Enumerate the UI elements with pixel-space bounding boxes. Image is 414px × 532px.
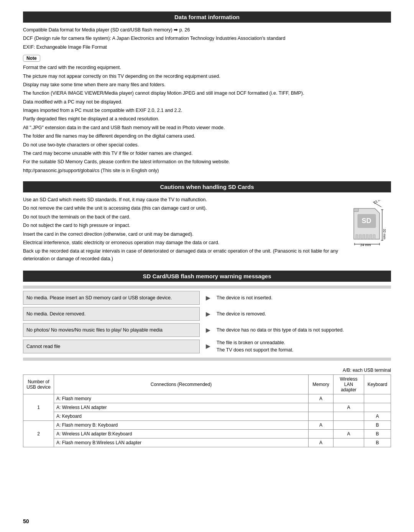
intro-line-3: EXIF: Exchangeable Image File Format	[23, 44, 391, 51]
note-item-12: http://panasonic.jp/support/global/cs (T…	[23, 167, 391, 174]
note-item-1: The picture may not appear correctly on …	[23, 73, 391, 80]
note-items: Format the card with the recording equip…	[23, 64, 391, 174]
caution-item-1: Do not remove the card while the unit is…	[23, 205, 341, 212]
usb-kb-1-2: B	[364, 438, 391, 447]
svg-rect-12	[356, 235, 358, 239]
note-item-8: The folder and file names may be differe…	[23, 133, 391, 140]
data-format-header: Data format information	[23, 11, 391, 23]
data-format-section: Data format information Compatible Data …	[23, 11, 391, 174]
usb-mem-0-1	[309, 403, 334, 412]
usb-table-row-1-2: A: Flash memory B:Wireless LAN adapterAB	[23, 438, 391, 447]
usb-wlan-1-2	[334, 438, 364, 447]
usb-mem-0-2	[309, 412, 334, 420]
warning-row-2: No photos/ No movies/No music files to p…	[23, 323, 391, 337]
caution-item-2: Do not touch the terminals on the back o…	[23, 213, 341, 221]
note-item-0: Format the card with the recording equip…	[23, 64, 391, 71]
col-keyboard: Keyboard	[364, 374, 391, 394]
usb-table-row-1-0: 2A: Flash memory B: KeyboardAB	[23, 420, 391, 429]
usb-mem-1-1	[309, 429, 334, 438]
usb-number-0: 1	[23, 394, 54, 420]
usb-table-row-0-2: A: KeyboardA	[23, 412, 391, 420]
svg-rect-14	[363, 235, 365, 239]
usb-mem-1-0: A	[309, 420, 334, 429]
usb-kb-0-1	[364, 403, 391, 412]
warning-right-1: The device is removed.	[217, 310, 391, 318]
warning-header: SD Card/USB flash memory warning message…	[23, 271, 391, 282]
usb-conn-1-1: A: Wireless LAN adapter B:Keyboard	[54, 429, 309, 438]
col-memory: Memory	[309, 374, 334, 394]
warning-right-0: The device is not inserted.	[217, 294, 391, 302]
usb-table-row-0-1: A: Wireless LAN adapterA	[23, 403, 391, 412]
col-wlan: Wireless LANadapter	[334, 374, 364, 394]
warning-bottom-bar	[23, 358, 391, 361]
warning-arrow-0: ►	[204, 294, 213, 302]
note-item-7: All ".JPG" extension data in the card an…	[23, 124, 391, 131]
warning-left-2: No photos/ No movies/No music files to p…	[23, 323, 200, 337]
sd-card-svg: 21 mm 32 mm 24 mm	[347, 200, 389, 250]
caution-item-3: Do not subject the card to high pressure…	[23, 222, 341, 229]
usb-table-row-0-0: 1A: Flash memoryA	[23, 394, 391, 403]
svg-rect-13	[359, 235, 361, 239]
usb-wlan-0-1: A	[334, 403, 364, 412]
warning-arrow-2: ►	[204, 326, 213, 335]
note-item-3: The function (VIERA IMAGE VIEWER/Media p…	[23, 90, 391, 97]
cautions-text: Use an SD Card which meets SD standards.…	[23, 196, 341, 264]
warning-arrow-3: ►	[204, 342, 213, 351]
note-label: Note	[23, 55, 40, 62]
usb-mem-0-0: A	[309, 394, 334, 403]
warning-top-bar	[23, 286, 391, 289]
usb-table-body: 1A: Flash memoryAA: Wireless LAN adapter…	[23, 394, 391, 447]
caution-item-4: Insert the card in the correct direction…	[23, 231, 341, 238]
cautions-section: Cautions when handling SD Cards Use an S…	[23, 181, 391, 264]
sd-card-image: 21 mm 32 mm 24 mm	[345, 200, 391, 250]
usb-conn-0-0: A: Flash memory	[54, 394, 309, 403]
svg-text:32 mm: 32 mm	[383, 229, 386, 240]
cautions-header: Cautions when handling SD Cards	[23, 181, 391, 192]
warning-left-1: No media. Device removed.	[23, 307, 200, 321]
caution-item-0: Use an SD Card which meets SD standards.…	[23, 196, 341, 204]
col-connections: Connections (Recommended)	[54, 374, 309, 394]
note-item-11: For the suitable SD Memory Cards, please…	[23, 158, 391, 166]
warning-arrow-1: ►	[204, 310, 213, 319]
note-item-6: Partly degraded files might be displayed…	[23, 115, 391, 123]
note-item-5: Images imported from a PC must be compat…	[23, 107, 391, 114]
svg-text:21 mm: 21 mm	[373, 200, 384, 205]
page-number: 50	[23, 518, 29, 524]
usb-conn-1-2: A: Flash memory B:Wireless LAN adapter	[54, 438, 309, 447]
usb-conn-1-0: A: Flash memory B: Keyboard	[54, 420, 309, 429]
warning-row-1: No media. Device removed.►The device is …	[23, 307, 391, 321]
usb-number-1: 2	[23, 420, 54, 447]
usb-table-row-1-1: A: Wireless LAN adapter B:KeyboardAB	[23, 429, 391, 438]
caution-item-6: Back up the recorded data at regular int…	[23, 248, 341, 263]
svg-rect-15	[366, 235, 368, 239]
warning-right-2: The device has no data or this type of d…	[217, 327, 391, 334]
usb-table: Number ofUSB device Connections (Recomme…	[23, 374, 391, 447]
svg-rect-16	[370, 235, 372, 239]
usb-table-section: A/B: each USB terminal Number ofUSB devi…	[23, 368, 391, 447]
note-item-10: The card may become unusable with this T…	[23, 150, 391, 157]
svg-text:SD: SD	[361, 217, 371, 225]
usb-wlan-1-1: A	[334, 429, 364, 438]
usb-conn-0-2: A: Keyboard	[54, 412, 309, 420]
usb-conn-0-1: A: Wireless LAN adapter	[54, 403, 309, 412]
svg-rect-17	[373, 235, 375, 239]
usb-note: A/B: each USB terminal	[23, 368, 391, 373]
cautions-content: Use an SD Card which meets SD standards.…	[23, 196, 391, 264]
note-item-2: Display may take some time when there ar…	[23, 81, 391, 89]
warning-left-3: Cannot read file	[23, 340, 200, 353]
note-item-4: Data modified with a PC may not be displ…	[23, 99, 391, 106]
usb-wlan-1-0	[334, 420, 364, 429]
intro-line-2: DCF (Design rule for camera file system)…	[23, 35, 391, 42]
usb-kb-1-1: B	[364, 429, 391, 438]
warning-left-0: No media. Please insert an SD memory car…	[23, 291, 200, 305]
warning-row-3: Cannot read file►The file is broken or u…	[23, 339, 391, 354]
warning-row-0: No media. Please insert an SD memory car…	[23, 291, 391, 305]
usb-kb-1-0: B	[364, 420, 391, 429]
usb-mem-1-2: A	[309, 438, 334, 447]
note-item-9: Do not use two-byte characters or other …	[23, 141, 391, 149]
warning-rows: No media. Please insert an SD memory car…	[23, 291, 391, 356]
warning-section: SD Card/USB flash memory warning message…	[23, 271, 391, 361]
usb-wlan-0-0	[334, 394, 364, 403]
usb-table-header-row: Number ofUSB device Connections (Recomme…	[23, 374, 391, 394]
usb-kb-0-0	[364, 394, 391, 403]
